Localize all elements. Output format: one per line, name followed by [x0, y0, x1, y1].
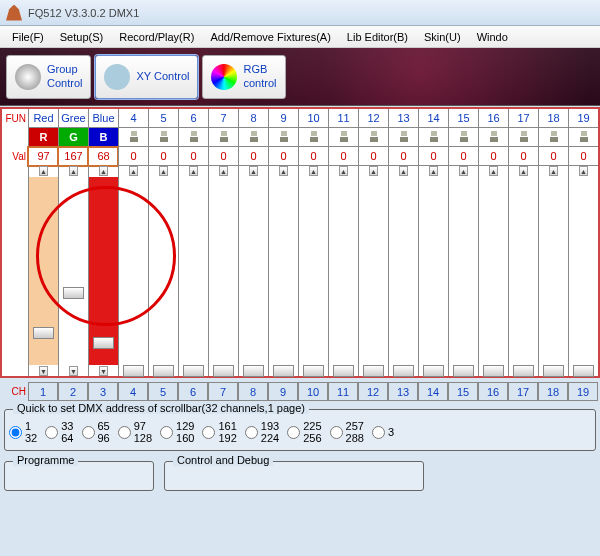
- slider-up-18[interactable]: ▲: [549, 166, 558, 176]
- fun-cell-19[interactable]: 19: [568, 109, 598, 128]
- slider-thumb-18[interactable]: [543, 365, 564, 377]
- slider-up-5[interactable]: ▲: [159, 166, 168, 176]
- slider-thumb-12[interactable]: [363, 365, 384, 377]
- slider-up-7[interactable]: ▲: [219, 166, 228, 176]
- fixture-icon-8[interactable]: [238, 128, 268, 147]
- channel-cell-10[interactable]: 10: [298, 382, 328, 401]
- slider-15[interactable]: ▲▼: [448, 166, 478, 376]
- slider-track-5[interactable]: [149, 177, 178, 365]
- range-radio-input-9[interactable]: [330, 426, 343, 439]
- slider-up-3[interactable]: ▲: [99, 166, 108, 176]
- value-cell-10[interactable]: 0: [298, 147, 328, 166]
- range-radio-input-2[interactable]: [45, 426, 58, 439]
- channel-cell-2[interactable]: 2: [58, 382, 88, 401]
- slider-track-1[interactable]: [29, 177, 58, 365]
- fun-cell-6[interactable]: 6: [178, 109, 208, 128]
- value-cell-7[interactable]: 0: [208, 147, 238, 166]
- fixture-icon-19[interactable]: [568, 128, 598, 147]
- slider-track-15[interactable]: [449, 177, 478, 365]
- menu-fixtures[interactable]: Add/Remove Fixtures(A): [202, 31, 338, 43]
- slider-thumb-9[interactable]: [273, 365, 294, 377]
- slider-track-9[interactable]: [269, 177, 298, 365]
- slider-track-3[interactable]: [89, 177, 118, 365]
- channel-cell-14[interactable]: 14: [418, 382, 448, 401]
- fixture-icon-4[interactable]: [118, 128, 148, 147]
- value-cell-5[interactable]: 0: [148, 147, 178, 166]
- range-radio-input-7[interactable]: [245, 426, 258, 439]
- slider-up-13[interactable]: ▲: [399, 166, 408, 176]
- slider-track-17[interactable]: [509, 177, 538, 365]
- menu-file[interactable]: File(F): [4, 31, 52, 43]
- slider-8[interactable]: ▲▼: [238, 166, 268, 376]
- range-radio-input-4[interactable]: [118, 426, 131, 439]
- fixture-icon-17[interactable]: [508, 128, 538, 147]
- range-radio-input-10[interactable]: [372, 426, 385, 439]
- slider-up-10[interactable]: ▲: [309, 166, 318, 176]
- xy-control-button[interactable]: XY Control: [95, 55, 198, 99]
- slider-4[interactable]: ▲▼: [118, 166, 148, 376]
- value-cell-13[interactable]: 0: [388, 147, 418, 166]
- range-radio-10[interactable]: 3: [372, 420, 394, 444]
- slider-1[interactable]: ▲▼: [28, 166, 58, 376]
- slider-up-9[interactable]: ▲: [279, 166, 288, 176]
- slider-3[interactable]: ▲▼: [88, 166, 118, 376]
- fun-cell-5[interactable]: 5: [148, 109, 178, 128]
- channel-cell-19[interactable]: 19: [568, 382, 598, 401]
- fixture-icon-12[interactable]: [358, 128, 388, 147]
- menu-lib[interactable]: Lib Editor(B): [339, 31, 416, 43]
- range-radio-2[interactable]: 3364: [45, 420, 73, 444]
- fun-cell-2[interactable]: Gree: [58, 109, 88, 128]
- channel-cell-12[interactable]: 12: [358, 382, 388, 401]
- slider-up-1[interactable]: ▲: [39, 166, 48, 176]
- value-cell-17[interactable]: 0: [508, 147, 538, 166]
- slider-14[interactable]: ▲▼: [418, 166, 448, 376]
- fun-cell-17[interactable]: 17: [508, 109, 538, 128]
- fixture-icon-10[interactable]: [298, 128, 328, 147]
- fixture-icon-15[interactable]: [448, 128, 478, 147]
- value-cell-12[interactable]: 0: [358, 147, 388, 166]
- slider-thumb-5[interactable]: [153, 365, 174, 377]
- fixture-icon-5[interactable]: [148, 128, 178, 147]
- slider-up-14[interactable]: ▲: [429, 166, 438, 176]
- slider-12[interactable]: ▲▼: [358, 166, 388, 376]
- value-cell-6[interactable]: 0: [178, 147, 208, 166]
- range-radio-9[interactable]: 257288: [330, 420, 364, 444]
- fun-cell-7[interactable]: 7: [208, 109, 238, 128]
- slider-down-3[interactable]: ▼: [99, 366, 108, 376]
- color-head-r[interactable]: R: [28, 128, 58, 147]
- slider-track-2[interactable]: [59, 177, 88, 365]
- slider-thumb-8[interactable]: [243, 365, 264, 377]
- fixture-icon-14[interactable]: [418, 128, 448, 147]
- slider-up-12[interactable]: ▲: [369, 166, 378, 176]
- range-radio-input-3[interactable]: [82, 426, 95, 439]
- fun-cell-9[interactable]: 9: [268, 109, 298, 128]
- range-radio-4[interactable]: 97128: [118, 420, 152, 444]
- slider-track-16[interactable]: [479, 177, 508, 365]
- fun-cell-13[interactable]: 13: [388, 109, 418, 128]
- channel-cell-4[interactable]: 4: [118, 382, 148, 401]
- slider-up-6[interactable]: ▲: [189, 166, 198, 176]
- color-head-b[interactable]: B: [88, 128, 118, 147]
- fun-cell-18[interactable]: 18: [538, 109, 568, 128]
- menu-skin[interactable]: Skin(U): [416, 31, 469, 43]
- value-cell-4[interactable]: 0: [118, 147, 148, 166]
- slider-track-12[interactable]: [359, 177, 388, 365]
- slider-track-7[interactable]: [209, 177, 238, 365]
- menu-record[interactable]: Record/Play(R): [111, 31, 202, 43]
- fixture-icon-13[interactable]: [388, 128, 418, 147]
- slider-down-2[interactable]: ▼: [69, 366, 78, 376]
- slider-down-1[interactable]: ▼: [39, 366, 48, 376]
- slider-thumb-2[interactable]: [63, 287, 84, 299]
- slider-up-8[interactable]: ▲: [249, 166, 258, 176]
- slider-track-19[interactable]: [569, 177, 598, 365]
- slider-track-8[interactable]: [239, 177, 268, 365]
- fixture-icon-11[interactable]: [328, 128, 358, 147]
- fun-cell-1[interactable]: Red: [28, 109, 58, 128]
- slider-track-18[interactable]: [539, 177, 568, 365]
- range-radio-7[interactable]: 193224: [245, 420, 279, 444]
- slider-thumb-13[interactable]: [393, 365, 414, 377]
- value-cell-8[interactable]: 0: [238, 147, 268, 166]
- slider-2[interactable]: ▲▼: [58, 166, 88, 376]
- menu-bar[interactable]: File(F) Setup(S) Record/Play(R) Add/Remo…: [0, 26, 600, 48]
- rgb-control-button[interactable]: RGB control: [202, 55, 285, 99]
